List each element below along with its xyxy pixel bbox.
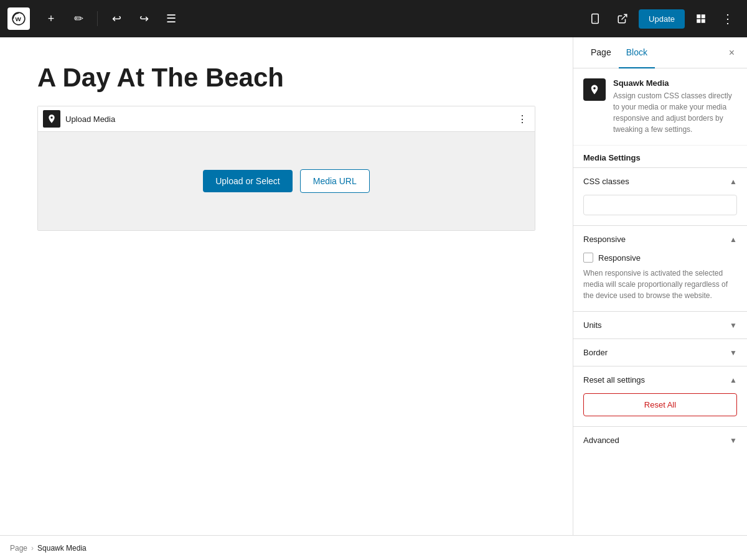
undo-button[interactable]: ↩: [105, 7, 128, 30]
media-block-more-button[interactable]: ⋮: [515, 111, 530, 128]
main-toolbar: W + ✏ ↩ ↪ ☰ Update ⋮: [0, 0, 747, 37]
css-classes-toggle[interactable]: CSS classes ▲: [573, 168, 747, 195]
settings-button[interactable]: [690, 7, 712, 30]
svg-text:W: W: [16, 16, 22, 22]
border-chevron-down-icon: ▼: [730, 348, 737, 357]
responsive-title: Responsive: [583, 235, 730, 244]
units-title: Units: [583, 320, 730, 330]
sidebar-tabs: Page Block ×: [573, 37, 747, 68]
svg-rect-6: [702, 14, 705, 18]
redo-button[interactable]: ↪: [133, 7, 155, 30]
css-classes-chevron-up-icon: ▲: [730, 177, 737, 186]
media-block: Upload Media ⋮ Upload or Select Media UR…: [37, 106, 535, 231]
border-toggle[interactable]: Border ▼: [573, 339, 747, 366]
advanced-title: Advanced: [583, 436, 730, 445]
tab-page[interactable]: Page: [583, 37, 619, 68]
reset-settings-section: Reset all settings ▲ Reset All: [573, 366, 747, 426]
breadcrumb-page[interactable]: Page: [10, 544, 27, 553]
more-options-button[interactable]: ⋮: [717, 7, 740, 30]
svg-rect-5: [697, 14, 700, 18]
units-chevron-down-icon: ▼: [730, 321, 737, 330]
advanced-chevron-down-icon: ▼: [730, 436, 737, 445]
plugin-icon: [583, 78, 606, 101]
responsive-description: When responsive is activated the selecte…: [583, 268, 737, 301]
svg-rect-8: [702, 19, 705, 23]
units-section: Units ▼: [573, 311, 747, 338]
breadcrumb-separator: ›: [31, 544, 34, 553]
add-block-button[interactable]: +: [40, 7, 62, 30]
breadcrumb-current: Squawk Media: [37, 544, 87, 553]
responsive-checkbox-label[interactable]: Responsive: [598, 253, 641, 263]
media-placeholder: Upload or Select Media URL: [38, 132, 535, 230]
plugin-description: Assign custom CSS classes directly to yo…: [613, 90, 737, 135]
reset-settings-chevron-up-icon: ▲: [730, 376, 737, 385]
media-settings-heading: Media Settings: [573, 146, 747, 167]
responsive-checkbox[interactable]: [583, 253, 593, 263]
update-button[interactable]: Update: [639, 9, 685, 29]
advanced-toggle[interactable]: Advanced ▼: [573, 427, 747, 454]
main-layout: A Day At The Beach Upload Media ⋮ Upload…: [0, 37, 747, 535]
units-toggle[interactable]: Units ▼: [573, 312, 747, 338]
svg-rect-2: [592, 14, 599, 24]
reset-settings-toggle[interactable]: Reset all settings ▲: [573, 366, 747, 393]
plugin-name: Squawk Media: [613, 78, 737, 88]
breadcrumb: Page › Squawk Media: [0, 535, 747, 560]
upload-select-button[interactable]: Upload or Select: [203, 170, 293, 192]
advanced-section: Advanced ▼: [573, 426, 747, 454]
sidebar-content: Squawk Media Assign custom CSS classes d…: [573, 68, 747, 535]
responsive-section: Responsive ▲ Responsive When responsive …: [573, 225, 747, 311]
css-classes-input[interactable]: [583, 195, 737, 215]
responsive-chevron-up-icon: ▲: [730, 235, 737, 244]
media-block-label: Upload Media: [65, 114, 510, 124]
css-classes-body: [573, 195, 747, 225]
responsive-checkbox-row: Responsive: [583, 253, 737, 263]
sidebar-close-button[interactable]: ×: [726, 45, 737, 61]
reset-all-button[interactable]: Reset All: [583, 393, 737, 416]
mobile-preview-button[interactable]: [584, 7, 606, 30]
responsive-toggle[interactable]: Responsive ▲: [573, 226, 747, 253]
preview-button[interactable]: [611, 7, 634, 30]
svg-line-4: [622, 14, 627, 19]
reset-settings-title: Reset all settings: [583, 375, 730, 385]
plugin-header: Squawk Media Assign custom CSS classes d…: [573, 68, 747, 146]
border-title: Border: [583, 348, 730, 357]
responsive-body: Responsive When responsive is activated …: [573, 253, 747, 311]
wp-logo[interactable]: W: [7, 7, 30, 30]
css-classes-section: CSS classes ▲: [573, 167, 747, 225]
toolbar-divider-1: [97, 11, 98, 26]
media-block-toolbar: Upload Media ⋮: [38, 106, 535, 132]
media-block-icon: [43, 110, 60, 128]
plugin-info: Squawk Media Assign custom CSS classes d…: [613, 78, 737, 135]
media-url-button[interactable]: Media URL: [300, 169, 370, 193]
tab-block[interactable]: Block: [619, 37, 655, 68]
border-section: Border ▼: [573, 338, 747, 366]
svg-rect-7: [697, 19, 700, 23]
tools-button[interactable]: ✏: [67, 7, 90, 30]
reset-settings-body: Reset All: [573, 393, 747, 426]
sidebar: Page Block × Squawk Media Assign custom …: [573, 37, 747, 535]
editor-area: A Day At The Beach Upload Media ⋮ Upload…: [0, 37, 573, 535]
page-title: A Day At The Beach: [37, 62, 535, 93]
css-classes-title: CSS classes: [583, 177, 730, 186]
list-view-button[interactable]: ☰: [160, 7, 182, 30]
toolbar-right-group: Update ⋮: [584, 7, 740, 30]
